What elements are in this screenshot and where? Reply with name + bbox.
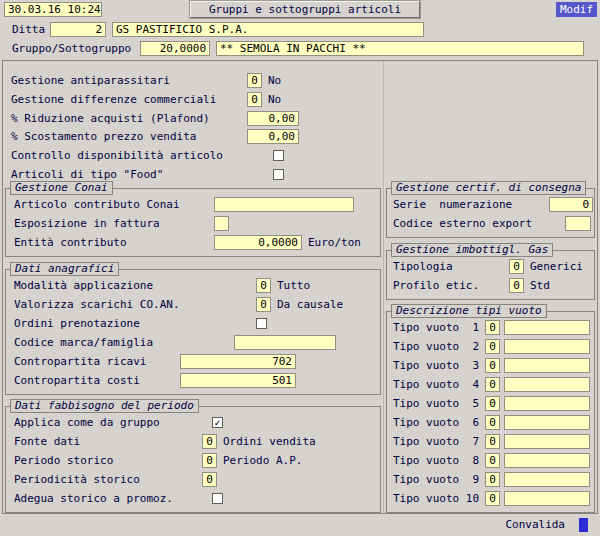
tipologia-field[interactable]: 0 bbox=[509, 259, 524, 274]
riduzione-field[interactable]: 0,00 bbox=[247, 111, 299, 126]
gruppo-name-field[interactable]: ** SEMOLA IN PACCHI ** bbox=[216, 41, 584, 56]
ditta-name-field[interactable]: GS PASTIFICIO S.P.A. bbox=[112, 22, 424, 37]
tipo-vuoto-label: Tipo vuoto 4 bbox=[393, 378, 481, 391]
profilo-etic-field[interactable]: 0 bbox=[509, 278, 524, 293]
tipo-vuoto-code-field[interactable]: 0 bbox=[485, 415, 500, 430]
tipo-vuoto-desc-field[interactable] bbox=[504, 491, 590, 506]
tipologia-label: Tipologia bbox=[393, 260, 505, 273]
controllo-disponibilita-label: Controllo disponibilità articolo bbox=[11, 149, 269, 162]
form-row: Contropartita costi 501 bbox=[6, 371, 380, 390]
form-row: % Riduzione acquisti (Plafond) 0,00 bbox=[3, 109, 383, 128]
fonte-dati-field[interactable]: 0 bbox=[202, 434, 217, 449]
applica-gruppo-label: Applica come da gruppo bbox=[14, 416, 208, 429]
form-row: Tipologia 0 Generici bbox=[387, 257, 594, 276]
tipo-vuoto-desc-field[interactable] bbox=[504, 396, 590, 411]
tipo-vuoto-desc-field[interactable] bbox=[504, 415, 590, 430]
esposizione-fattura-field[interactable] bbox=[214, 216, 229, 231]
tipo-vuoto-row: Tipo vuoto 6 0 bbox=[387, 413, 594, 432]
tipo-vuoto-row: Tipo vuoto 7 0 bbox=[387, 432, 594, 451]
valorizza-scarichi-desc: Da causale bbox=[277, 298, 343, 311]
differenze-desc: No bbox=[268, 93, 281, 106]
tipo-vuoto-desc-field[interactable] bbox=[504, 320, 590, 335]
form-row: Gestione differenze commerciali 0 No bbox=[3, 90, 383, 109]
contropartita-ricavi-field[interactable]: 702 bbox=[180, 354, 296, 369]
scostamento-field[interactable]: 0,00 bbox=[247, 129, 299, 144]
profilo-etic-label: Profilo etic. bbox=[393, 279, 505, 292]
esposizione-fattura-label: Esposizione in fattura bbox=[14, 217, 210, 230]
articoli-food-checkbox[interactable] bbox=[273, 169, 284, 180]
screen-title-button[interactable]: Gruppi e sottogruppi articoli bbox=[190, 1, 420, 18]
applica-gruppo-checkbox[interactable]: ✓ bbox=[212, 417, 223, 428]
tipo-vuoto-desc-field[interactable] bbox=[504, 472, 590, 487]
differenze-field[interactable]: 0 bbox=[247, 92, 262, 107]
codice-marca-field[interactable] bbox=[234, 335, 336, 350]
form-row: Esposizione in fattura bbox=[6, 214, 380, 233]
tipo-vuoto-code-field[interactable]: 0 bbox=[485, 339, 500, 354]
form-row: Codice marca/famiglia bbox=[6, 333, 380, 352]
form-row: Contropartita ricavi 702 bbox=[6, 352, 380, 371]
entita-contributo-field[interactable]: 0,0000 bbox=[214, 235, 302, 250]
codice-export-field[interactable] bbox=[565, 216, 591, 231]
text-cursor bbox=[579, 518, 588, 532]
tipo-vuoto-row: Tipo vuoto 10 0 bbox=[387, 489, 594, 508]
antiparassitari-field[interactable]: 0 bbox=[247, 73, 262, 88]
antiparassitari-desc: No bbox=[268, 74, 281, 87]
tipo-vuoto-code-field[interactable]: 0 bbox=[485, 377, 500, 392]
section-tipi-vuoto: Descrizione tipi vuoto Tipo vuoto 1 0 Ti… bbox=[386, 311, 595, 513]
section-title: Descrizione tipi vuoto bbox=[391, 304, 547, 318]
tipo-vuoto-desc-field[interactable] bbox=[504, 453, 590, 468]
tipo-vuoto-label: Tipo vuoto 2 bbox=[393, 340, 481, 353]
tipo-vuoto-code-field[interactable]: 0 bbox=[485, 453, 500, 468]
periodo-storico-field[interactable]: 0 bbox=[202, 453, 217, 468]
fonte-dati-label: Fonte dati bbox=[14, 435, 198, 448]
ditta-label: Ditta bbox=[12, 23, 46, 36]
tipo-vuoto-row: Tipo vuoto 4 0 bbox=[387, 375, 594, 394]
contropartita-costi-field[interactable]: 501 bbox=[180, 373, 296, 388]
tipo-vuoto-desc-field[interactable] bbox=[504, 358, 590, 373]
form-row: Articolo contributo Conai bbox=[6, 195, 380, 214]
periodicita-storico-field[interactable]: 0 bbox=[202, 472, 217, 487]
section-title: Dati fabbisogno del periodo bbox=[10, 399, 199, 413]
entita-contributo-label: Entità contributo bbox=[14, 236, 210, 249]
contropartita-costi-label: Contropartita costi bbox=[14, 374, 176, 387]
tipo-vuoto-label: Tipo vuoto 6 bbox=[393, 416, 481, 429]
tipo-vuoto-label: Tipo vuoto 9 bbox=[393, 473, 481, 486]
tipo-vuoto-code-field[interactable]: 0 bbox=[485, 320, 500, 335]
profilo-etic-desc: Std bbox=[530, 279, 550, 292]
articolo-conai-field[interactable] bbox=[214, 197, 354, 212]
tipo-vuoto-code-field[interactable]: 0 bbox=[485, 396, 500, 411]
modalita-applicazione-field[interactable]: 0 bbox=[256, 278, 271, 293]
ditta-code-field[interactable]: 2 bbox=[50, 22, 106, 37]
tipo-vuoto-label: Tipo vuoto 8 bbox=[393, 454, 481, 467]
tipo-vuoto-desc-field[interactable] bbox=[504, 339, 590, 354]
codice-marca-label: Codice marca/famiglia bbox=[14, 336, 230, 349]
tipo-vuoto-label: Tipo vuoto 1 bbox=[393, 321, 481, 334]
section-title: Dati anagrafici bbox=[10, 262, 119, 276]
tipo-vuoto-code-field[interactable]: 0 bbox=[485, 472, 500, 487]
tipo-vuoto-row: Tipo vuoto 1 0 bbox=[387, 318, 594, 337]
section-title: Gestione imbottigl. Gas bbox=[391, 243, 553, 257]
riduzione-label: % Riduzione acquisti (Plafond) bbox=[11, 112, 243, 125]
form-row: Codice esterno export bbox=[387, 214, 594, 233]
contropartita-ricavi-label: Contropartita ricavi bbox=[14, 355, 176, 368]
convalida-button[interactable]: Convalida bbox=[505, 518, 565, 531]
entita-contributo-unit: Euro/ton bbox=[308, 236, 361, 249]
tipo-vuoto-code-field[interactable]: 0 bbox=[485, 434, 500, 449]
tipo-vuoto-row: Tipo vuoto 9 0 bbox=[387, 470, 594, 489]
tipo-vuoto-label: Tipo vuoto 7 bbox=[393, 435, 481, 448]
mode-badge[interactable]: Modif bbox=[556, 2, 597, 17]
valorizza-scarichi-field[interactable]: 0 bbox=[256, 297, 271, 312]
gruppo-code-field[interactable]: 20,0000 bbox=[140, 41, 210, 56]
right-column: Gestione certif. di consegna Serie numer… bbox=[383, 61, 597, 513]
form-row: Serie numerazione 0 bbox=[387, 195, 594, 214]
adegua-storico-checkbox[interactable] bbox=[212, 493, 223, 504]
controllo-disponibilita-checkbox[interactable] bbox=[273, 150, 284, 161]
ordini-prenotazione-checkbox[interactable] bbox=[256, 318, 267, 329]
tipo-vuoto-code-field[interactable]: 0 bbox=[485, 358, 500, 373]
serie-numerazione-field[interactable]: 0 bbox=[549, 197, 593, 212]
section-imbottigliamento-gas: Gestione imbottigl. Gas Tipologia 0 Gene… bbox=[386, 250, 595, 300]
tipo-vuoto-desc-field[interactable] bbox=[504, 377, 590, 392]
modalita-applicazione-desc: Tutto bbox=[277, 279, 310, 292]
tipo-vuoto-desc-field[interactable] bbox=[504, 434, 590, 449]
tipo-vuoto-code-field[interactable]: 0 bbox=[485, 491, 500, 506]
